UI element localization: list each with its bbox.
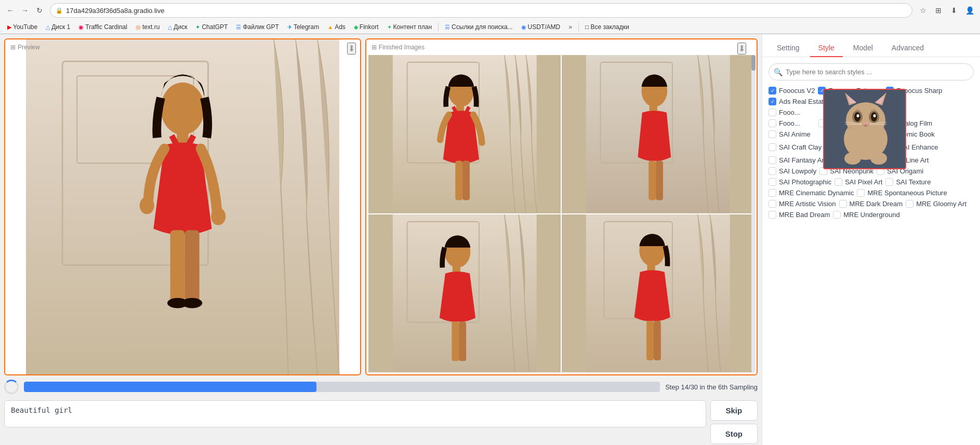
preview-download-button[interactable]: ⬇	[347, 43, 356, 55]
style-checkbox-sai-anime[interactable]	[769, 130, 776, 138]
style-row-12: MRE Bad Dream MRE Underground	[769, 211, 974, 219]
style-checkbox-fooocus-v2[interactable]	[769, 87, 776, 95]
bookmark-disk1[interactable]: △ Диск 1	[43, 22, 73, 32]
bookmark-all[interactable]: □ Все закладки	[582, 22, 632, 32]
tab-style[interactable]: Style	[810, 39, 843, 57]
preview-panel: ⊞ Preview ⬇	[4, 38, 361, 375]
skip-button[interactable]: Skip	[710, 400, 758, 421]
progress-bar-fill	[24, 382, 316, 392]
style-checkbox-ads-real-estate[interactable]	[769, 98, 776, 105]
style-checkbox-sai-fantasy-art[interactable]	[769, 156, 776, 164]
image-panels: ⊞ Preview ⬇	[4, 38, 758, 375]
bookmark-telegram-label: Telegram	[294, 23, 319, 31]
bookmark-chatgpt-label: ChatGPT	[202, 23, 228, 31]
style-label-fooocus-v2: Fooocus V2	[779, 87, 815, 95]
bookmark-telegram[interactable]: ✈ Telegram	[284, 22, 322, 32]
style-item-fooocus-u2[interactable]: Fooo...	[769, 119, 800, 127]
progress-bar-container	[24, 382, 660, 392]
style-checkbox-sai-lowpoly[interactable]	[769, 167, 776, 175]
style-item-mre-underground[interactable]: MRE Underground	[833, 211, 899, 219]
action-buttons: Skip Stop	[710, 400, 758, 444]
style-label-sai-anime: SAI Anime	[779, 130, 811, 138]
style-label-sai-texture: SAI Texture	[896, 178, 931, 186]
download-button[interactable]: ⬇	[948, 4, 960, 17]
style-row-5: SAI Anime	[769, 130, 974, 138]
bookmark-failik[interactable]: ☰ Файлик GPT	[233, 22, 282, 32]
style-search-input[interactable]	[769, 63, 974, 80]
bookmark-textru[interactable]: ◎ text.ru	[133, 22, 163, 32]
forward-button[interactable]: →	[19, 4, 31, 17]
style-checkbox-mre-spontaneous-picture[interactable]	[857, 189, 865, 197]
style-item-sai-texture[interactable]: SAI Texture	[885, 178, 931, 186]
style-checkbox-mre-dark-dream[interactable]	[839, 200, 847, 208]
style-item-mre-dark-dream[interactable]: MRE Dark Dream	[839, 200, 903, 208]
tabs-header: Setting Style Model Advanced	[762, 34, 980, 57]
prompt-input[interactable]: Beautiful girl	[4, 400, 706, 427]
style-item-ads-real-estate[interactable]: Ads Real Estate	[769, 98, 827, 105]
style-checkbox-sai-craft-clay[interactable]	[769, 143, 776, 151]
style-checkbox-fooocus-u2[interactable]	[769, 119, 776, 127]
bookmarks-more[interactable]: »	[565, 22, 575, 32]
style-item-sai-lowpoly[interactable]: SAI Lowpoly	[769, 167, 816, 175]
style-item-sai-pixel-art[interactable]: SAI Pixel Art	[835, 178, 882, 186]
address-bar[interactable]: 🔒 17da429a36f36d5a8a.gradio.live	[50, 3, 912, 18]
tab-advanced[interactable]: Advanced	[883, 39, 932, 57]
style-item-mre-gloomy-art[interactable]: MRE Gloomy Art	[906, 200, 966, 208]
youtube-icon: ▶	[7, 24, 11, 31]
scroll-indicator[interactable]	[751, 55, 756, 372]
bookmark-ssylki[interactable]: ☰ Ссылки для поиска...	[442, 22, 515, 32]
style-item-fooocus-u1[interactable]: Fooo...	[769, 109, 800, 116]
disk1-icon: △	[46, 24, 50, 31]
style-checkbox-mre-cinematic-dynamic[interactable]	[769, 189, 776, 197]
style-item-mre-spontaneous-picture[interactable]: MRE Spontaneous Picture	[857, 189, 947, 197]
style-row-10: MRE Cinematic Dynamic MRE Spontaneous Pi…	[769, 189, 974, 197]
profile-button[interactable]: 👤	[963, 4, 976, 17]
refresh-button[interactable]: ↻	[33, 4, 46, 17]
style-checkbox-sai-texture[interactable]	[885, 178, 893, 186]
style-checkbox-mre-gloomy-art[interactable]	[906, 200, 913, 208]
finished-image-2	[562, 55, 754, 213]
style-item-mre-cinematic-dynamic[interactable]: MRE Cinematic Dynamic	[769, 189, 854, 197]
style-item-sai-anime[interactable]: SAI Anime	[769, 130, 811, 138]
style-label-sai-pixel-art: SAI Pixel Art	[845, 178, 882, 186]
style-item-sai-fantasy-art[interactable]: SAI Fantasy Art	[769, 156, 826, 164]
back-button[interactable]: ←	[4, 4, 17, 17]
style-item-sai-craft-clay[interactable]: SAI Craft Clay	[769, 143, 822, 151]
style-checkbox-sai-photographic[interactable]	[769, 178, 776, 186]
ads-icon: ▲	[327, 24, 333, 30]
svg-rect-15	[455, 160, 462, 200]
bookmark-youtube[interactable]: ▶ YouTube	[4, 22, 41, 32]
style-checkbox-mre-underground[interactable]	[833, 211, 841, 219]
bookmark-button[interactable]: ☆	[917, 4, 929, 17]
bookmark-finkort[interactable]: ◆ Finkort	[351, 22, 382, 32]
style-checkbox-mre-bad-dream[interactable]	[769, 211, 776, 219]
bookmark-disk[interactable]: △ Диск	[165, 22, 190, 32]
tab-setting[interactable]: Setting	[769, 39, 808, 57]
style-item-mre-bad-dream[interactable]: MRE Bad Dream	[769, 211, 830, 219]
style-checkbox-fooocus-u1[interactable]	[769, 109, 776, 116]
bookmark-kontent[interactable]: ✦ Контент план	[384, 22, 435, 32]
bookmark-ssylki-label: Ссылки для поиска...	[452, 23, 512, 31]
style-item-sai-photographic[interactable]: SAI Photographic	[769, 178, 831, 186]
style-checkbox-mre-artistic-vision[interactable]	[769, 200, 776, 208]
bookmark-finkort-label: Finkort	[360, 23, 379, 31]
style-item-mre-artistic-vision[interactable]: MRE Artistic Vision	[769, 200, 836, 208]
bookmark-chatgpt[interactable]: ✦ ChatGPT	[192, 22, 231, 32]
bookmark-traffic-cardinal[interactable]: ◉ Traffic Cardinal	[75, 22, 130, 32]
finished-download-button[interactable]: ⬇	[737, 43, 746, 55]
style-checkbox-sai-pixel-art[interactable]	[835, 178, 842, 186]
svg-rect-21	[649, 160, 656, 200]
scroll-thumb[interactable]	[751, 55, 756, 71]
style-label-fooocus-u1: Fooo...	[779, 109, 800, 116]
stop-button[interactable]: Stop	[710, 424, 758, 444]
bookmark-ads[interactable]: ▲ Ads	[324, 22, 349, 32]
style-item-fooocus-v2[interactable]: Fooocus V2	[769, 87, 815, 95]
style-search: 🔍	[769, 63, 974, 80]
bookmark-usdt[interactable]: ◉ USDT/AMD	[518, 22, 564, 32]
cat-image	[824, 90, 906, 169]
bookmark-traffic-cardinal-label: Traffic Cardinal	[85, 23, 127, 31]
extensions-button[interactable]: ⊞	[932, 4, 945, 17]
bookmarks-divider	[438, 23, 439, 31]
tab-model[interactable]: Model	[845, 39, 881, 57]
progress-area: Step 14/30 in the 6th Sampling	[4, 380, 758, 396]
